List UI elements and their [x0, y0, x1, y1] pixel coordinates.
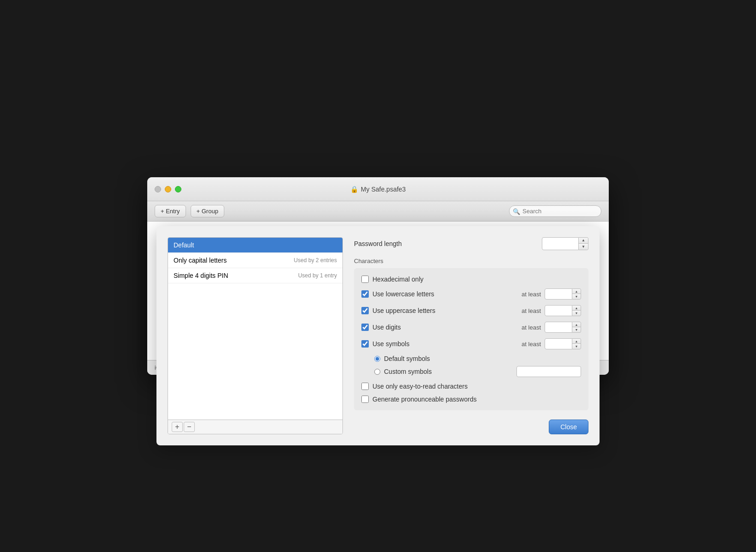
password-length-input[interactable]: 12	[542, 237, 579, 250]
uppercase-label: Use uppercase letters	[372, 307, 522, 314]
uppercase-at-least-label: at least	[522, 307, 541, 314]
search-input[interactable]	[509, 205, 601, 217]
toolbar: + Entry + Group 🔍	[147, 201, 609, 222]
default-symbols-label: Default symbols	[384, 355, 581, 362]
policy-item-default[interactable]: Default	[168, 238, 342, 253]
policy-list-footer: + −	[168, 420, 342, 434]
policy-name-default: Default	[174, 241, 194, 249]
close-traffic-light[interactable]	[155, 186, 161, 192]
password-length-row: Password length 12 ▲ ▼	[354, 237, 588, 250]
titlebar: 🔒 My Safe.psafe3	[147, 177, 609, 201]
maximize-traffic-light[interactable]	[175, 186, 181, 192]
digits-checkbox[interactable]	[361, 324, 369, 331]
characters-label: Characters	[354, 258, 588, 264]
symbols-spinner-buttons: ▲ ▼	[572, 338, 581, 349]
digits-spinner: 1 ▲ ▼	[545, 322, 581, 333]
lowercase-up-button[interactable]: ▲	[572, 289, 581, 294]
symbols-input[interactable]: 1	[545, 338, 572, 349]
password-length-label: Password length	[354, 240, 402, 247]
close-button[interactable]: Close	[549, 420, 588, 434]
lowercase-input[interactable]: 1	[545, 288, 572, 300]
custom-symbols-row: Custom symbols	[374, 366, 581, 377]
policy-item-pin[interactable]: Simple 4 digits PIN Used by 1 entry	[168, 268, 342, 283]
easy-to-read-checkbox[interactable]	[361, 383, 369, 390]
digits-down-button[interactable]: ▼	[572, 327, 581, 332]
easy-to-read-label: Use only easy-to-read characters	[372, 383, 581, 390]
add-group-button[interactable]: + Group	[191, 205, 224, 217]
password-length-spinner: 12 ▲ ▼	[542, 237, 588, 250]
minimize-traffic-light[interactable]	[165, 186, 171, 192]
hexadecimal-checkbox[interactable]	[361, 276, 369, 283]
custom-symbols-radio[interactable]	[374, 369, 380, 375]
uppercase-checkbox[interactable]	[361, 307, 369, 314]
lowercase-row: Use lowercase letters at least 1 ▲ ▼	[361, 288, 581, 300]
lowercase-spinner-buttons: ▲ ▼	[572, 288, 581, 300]
pronounceable-row: Generate pronounceable passwords	[361, 396, 581, 403]
lock-icon: 🔒	[350, 186, 358, 193]
uppercase-spinner: 1 ▲ ▼	[545, 305, 581, 316]
window-title: 🔒 My Safe.psafe3	[350, 186, 406, 193]
policy-used-pin: Used by 1 entry	[298, 272, 337, 279]
lowercase-at-least-label: at least	[522, 291, 541, 298]
password-settings-panel: Password length 12 ▲ ▼ Characters	[354, 237, 588, 434]
uppercase-input[interactable]: 1	[545, 305, 572, 316]
traffic-lights	[155, 186, 181, 192]
lowercase-spinner: 1 ▲ ▼	[545, 288, 581, 300]
password-length-down-button[interactable]: ▼	[579, 244, 588, 250]
policy-item-capital[interactable]: Only capital letters Used by 2 entries	[168, 253, 342, 268]
modal-footer: Close	[354, 420, 588, 434]
password-length-spinner-buttons: ▲ ▼	[579, 237, 588, 250]
easy-to-read-row: Use only easy-to-read characters	[361, 383, 581, 390]
lowercase-label: Use lowercase letters	[372, 290, 522, 298]
modal-overlay: Default Only capital letters Used by 2 e…	[147, 222, 609, 375]
password-policy-modal: Default Only capital letters Used by 2 e…	[156, 226, 600, 445]
symbols-row: Use symbols at least 1 ▲ ▼	[361, 338, 581, 349]
digits-spinner-buttons: ▲ ▼	[572, 322, 581, 333]
add-policy-button[interactable]: +	[172, 422, 183, 432]
pronounceable-checkbox[interactable]	[361, 396, 369, 403]
uppercase-row: Use uppercase letters at least 1 ▲ ▼	[361, 305, 581, 316]
hexadecimal-row: Hexadecimal only	[361, 276, 581, 283]
uppercase-down-button[interactable]: ▼	[572, 311, 581, 316]
default-symbols-radio[interactable]	[374, 356, 380, 362]
policy-list: Default Only capital letters Used by 2 e…	[168, 238, 342, 420]
digits-up-button[interactable]: ▲	[572, 322, 581, 327]
custom-symbols-input[interactable]	[516, 366, 581, 377]
lowercase-down-button[interactable]: ▼	[572, 294, 581, 299]
mac-window: 🔒 My Safe.psafe3 + Entry + Group 🔍 Defau…	[147, 177, 609, 375]
hexadecimal-label: Hexadecimal only	[372, 276, 581, 283]
digits-row: Use digits at least 1 ▲ ▼	[361, 322, 581, 333]
lowercase-checkbox[interactable]	[361, 290, 369, 298]
search-container: 🔍	[509, 205, 601, 217]
password-length-up-button[interactable]: ▲	[579, 238, 588, 244]
digits-label: Use digits	[372, 324, 522, 331]
digits-input[interactable]: 1	[545, 322, 572, 333]
pronounceable-label: Generate pronounceable passwords	[372, 396, 581, 403]
remove-policy-button[interactable]: −	[184, 422, 195, 432]
symbols-suboptions: Default symbols Custom symbols	[374, 355, 581, 377]
uppercase-up-button[interactable]: ▲	[572, 306, 581, 311]
symbols-at-least-label: at least	[522, 341, 541, 348]
policy-name-pin: Simple 4 digits PIN	[174, 272, 228, 279]
add-entry-button[interactable]: + Entry	[155, 205, 186, 217]
symbols-label: Use symbols	[372, 340, 522, 348]
symbols-down-button[interactable]: ▼	[572, 344, 581, 349]
symbols-spinner: 1 ▲ ▼	[545, 338, 581, 349]
policy-used-capital: Used by 2 entries	[294, 257, 337, 264]
symbols-up-button[interactable]: ▲	[572, 339, 581, 344]
custom-symbols-label: Custom symbols	[384, 368, 516, 375]
default-symbols-row: Default symbols	[374, 355, 581, 362]
policy-list-panel: Default Only capital letters Used by 2 e…	[168, 237, 343, 434]
digits-at-least-label: at least	[522, 324, 541, 331]
search-icon: 🔍	[513, 208, 520, 215]
policy-name-capital: Only capital letters	[174, 257, 227, 264]
symbols-checkbox[interactable]	[361, 340, 369, 348]
characters-box: Hexadecimal only Use lowercase letters a…	[354, 268, 588, 410]
uppercase-spinner-buttons: ▲ ▼	[572, 305, 581, 316]
